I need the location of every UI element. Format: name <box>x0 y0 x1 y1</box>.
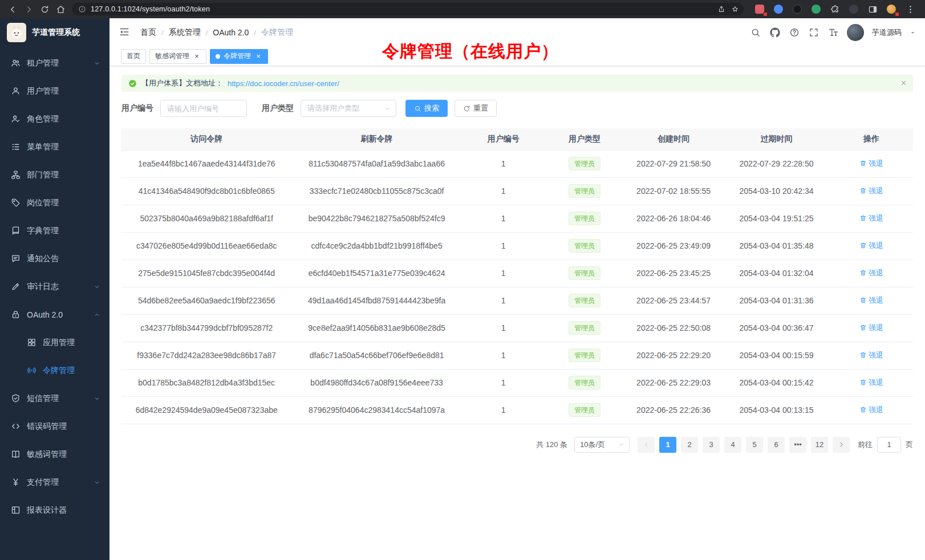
post-icon <box>11 198 21 208</box>
page-size-value: 10条/页 <box>580 440 605 450</box>
menu-label: 租户管理 <box>27 58 59 68</box>
sidebar-item-audit-log[interactable]: 审计日志 <box>0 273 109 301</box>
tab-sensitive-word[interactable]: 敏感词管理× <box>149 49 206 64</box>
tab-home[interactable]: 首页 <box>121 49 146 64</box>
username[interactable]: 芋道源码 <box>872 27 902 38</box>
sidebar-item-menu[interactable]: 菜单管理 <box>0 133 109 161</box>
sidebar-item-oauth2-token[interactable]: 令牌管理 <box>0 356 109 384</box>
user-id-input[interactable] <box>160 100 247 117</box>
share-icon[interactable] <box>716 4 727 14</box>
force-logout-button[interactable]: 强退 <box>859 295 883 306</box>
search-icon <box>414 105 421 112</box>
sidebar-item-dict[interactable]: 字典管理 <box>0 217 109 245</box>
user-type-select[interactable]: 请选择用户类型 <box>301 100 396 117</box>
prev-page-button[interactable] <box>638 437 655 453</box>
extension-icon-dark2[interactable] <box>848 3 859 15</box>
chevron-down-icon[interactable] <box>910 30 916 36</box>
table-row: 54d6be82ee5a460a9aedc1f9bf22365649d1aa46… <box>121 287 913 314</box>
user-type-badge: 管理员 <box>569 184 601 198</box>
url-text: 127.0.0.1:1024/system/oauth2/token <box>91 5 210 13</box>
site-info-icon[interactable] <box>78 5 87 14</box>
extension-icon-green[interactable] <box>810 3 822 15</box>
page-ellipsis[interactable]: ••• <box>789 437 806 453</box>
page-button-2[interactable]: 2 <box>681 437 698 453</box>
page-button-4[interactable]: 4 <box>724 437 741 453</box>
browser-profile-avatar[interactable] <box>886 3 897 15</box>
page-button-12[interactable]: 12 <box>811 437 828 453</box>
page-button-1[interactable]: 1 <box>659 437 676 453</box>
force-logout-button[interactable]: 强退 <box>859 186 883 196</box>
extension-icon-pink[interactable] <box>754 3 765 15</box>
sidebar-item-dept[interactable]: 部门管理 <box>0 161 109 189</box>
sidebar-item-role[interactable]: 角色管理 <box>0 105 109 133</box>
breadcrumb-system[interactable]: 系统管理 <box>169 27 201 38</box>
browser-home-icon[interactable] <box>52 1 68 17</box>
font-size-icon[interactable] <box>827 27 839 38</box>
alert-text: 【用户体系】文档地址： <box>141 78 223 88</box>
url-bar[interactable]: 127.0.0.1:1024/system/oauth2/token <box>72 3 744 15</box>
close-icon[interactable]: × <box>254 52 262 60</box>
sidebar-item-notice[interactable]: 通知公告 <box>0 245 109 273</box>
page-button-6[interactable]: 6 <box>768 437 785 453</box>
sidebar-item-error-code[interactable]: 错误码管理 <box>0 412 109 440</box>
cell-access-token: b0d1785bc3a8482f812db4a3f3bd15ec <box>121 369 291 396</box>
page-size-select[interactable]: 10条/页 <box>574 437 630 453</box>
cell-user-type: 管理员 <box>545 259 624 287</box>
side-panel-icon[interactable] <box>867 3 878 15</box>
page-button-3[interactable]: 3 <box>703 437 720 453</box>
sidebar-toggle-icon[interactable] <box>119 26 131 39</box>
sidebar-item-sms[interactable]: 短信管理 <box>0 384 109 412</box>
force-logout-button[interactable]: 强退 <box>859 159 883 169</box>
sidebar-item-post[interactable]: 岗位管理 <box>0 189 109 217</box>
browser-menu-icon[interactable] <box>904 3 916 15</box>
help-icon[interactable] <box>789 27 800 38</box>
doc-link[interactable]: https://doc.iocoder.cn/user-center/ <box>228 79 339 88</box>
alert-close-icon[interactable]: × <box>901 79 906 88</box>
browser-back-icon[interactable] <box>5 1 21 17</box>
reset-button[interactable]: 重置 <box>455 100 497 117</box>
bookmark-star-icon[interactable] <box>730 4 740 14</box>
search-icon[interactable] <box>750 27 761 38</box>
table-header-row: 访问令牌刷新令牌用户编号用户类型创建时间过期时间操作 <box>121 128 913 150</box>
force-logout-button[interactable]: 强退 <box>859 241 883 251</box>
sidebar-item-sensitive-word[interactable]: 敏感词管理 <box>0 440 109 468</box>
breadcrumb-oauth2[interactable]: OAuth 2.0 <box>213 28 249 37</box>
force-logout-button[interactable]: 强退 <box>859 405 883 415</box>
force-logout-button[interactable]: 强退 <box>859 378 883 388</box>
extension-icon-blue[interactable] <box>773 3 784 15</box>
page-button-5[interactable]: 5 <box>746 437 763 453</box>
next-page-button[interactable] <box>833 437 850 453</box>
sidebar-item-report[interactable]: 报表设计器 <box>0 496 109 524</box>
cell-user-id: 1 <box>462 177 545 205</box>
sidebar-item-oauth2-app[interactable]: 应用管理 <box>0 328 109 356</box>
user-avatar[interactable] <box>847 24 864 41</box>
fullscreen-icon[interactable] <box>808 27 819 38</box>
cell-created-time: 2022-06-25 22:29:20 <box>624 342 723 369</box>
close-icon[interactable]: × <box>193 52 201 60</box>
force-logout-button[interactable]: 强退 <box>859 213 883 224</box>
menu-label: 审计日志 <box>27 282 59 292</box>
force-logout-button[interactable]: 强退 <box>859 268 883 278</box>
extension-icon-dark[interactable] <box>792 3 803 15</box>
breadcrumb-home[interactable]: 首页 <box>140 27 156 38</box>
breadcrumb: 首页 / 系统管理 / OAuth 2.0 / 令牌管理 <box>140 27 293 38</box>
force-logout-button[interactable]: 强退 <box>859 350 883 360</box>
sidebar-item-pay[interactable]: 支付管理 <box>0 468 109 496</box>
app-logo[interactable]: 芋道管理系统 <box>0 18 109 47</box>
sidebar-item-tenant[interactable]: 租户管理 <box>0 49 109 77</box>
search-button[interactable]: 搜索 <box>405 100 448 117</box>
sidebar-item-user[interactable]: 用户管理 <box>0 77 109 105</box>
force-logout-button[interactable]: 强退 <box>859 323 883 333</box>
github-icon[interactable] <box>769 27 781 38</box>
table-row: c347026e805e4d99b0d116eae66eda8ccdfc4ce9… <box>121 232 913 259</box>
tab-oauth2-token[interactable]: 令牌管理× <box>210 49 268 64</box>
cell-action: 强退 <box>830 232 913 259</box>
goto-page-input[interactable] <box>877 437 901 453</box>
browser-reload-icon[interactable] <box>36 1 52 17</box>
user-type-badge: 管理员 <box>569 212 601 225</box>
extensions-puzzle-icon[interactable] <box>829 3 841 15</box>
browser-forward-icon[interactable] <box>21 1 36 17</box>
sidebar-item-oauth2[interactable]: OAuth 2.0 <box>0 301 109 328</box>
menu-label: 应用管理 <box>43 338 75 348</box>
chevron-down-icon <box>94 60 100 67</box>
